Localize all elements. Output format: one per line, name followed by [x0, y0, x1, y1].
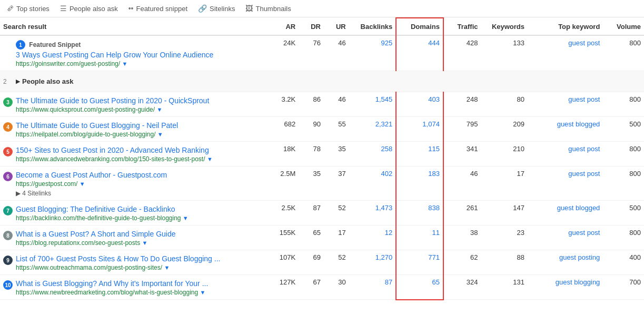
keywords-cell: 133 [481, 35, 528, 71]
nav-people-also-ask[interactable]: ☰ People also ask [60, 4, 118, 13]
dr-cell: 35 [299, 166, 324, 201]
result-url-link[interactable]: https://www.outreachmama.com/guest-posti… [16, 264, 162, 271]
sitelinks-label: ▶ 4 Sitelinks [16, 190, 167, 197]
ar-cell: 155K [264, 225, 299, 250]
ar-cell: 18K [264, 142, 299, 166]
keywords-cell: 131 [481, 275, 528, 300]
table-row: 9 List of 700+ Guest Posts Sites & How T… [0, 250, 644, 275]
domains-cell: 11 [396, 225, 443, 250]
result-url-link[interactable]: https://backlinko.com/the-definitive-gui… [16, 214, 181, 222]
ur-cell: 17 [324, 225, 349, 250]
domains-cell: 65 [396, 275, 443, 300]
header-domains: Domains [396, 18, 443, 35]
result-url-link[interactable]: https://www.quicksprout.com/guest-postin… [16, 106, 155, 113]
traffic-cell: 428 [443, 35, 481, 71]
header-backlinks: Backlinks [349, 18, 397, 35]
search-result-cell: 8 What is a Guest Post? A Short and Simp… [0, 225, 264, 250]
search-result-cell: 4 The Ultimate Guide to Guest Blogging -… [0, 117, 264, 142]
backlinks-cell: 402 [349, 166, 397, 201]
people-also-ask-row: 2 ▶ People also ask [0, 71, 644, 92]
people-also-ask-label: People also ask [22, 77, 74, 85]
ar-cell: 3.2K [264, 92, 299, 117]
domains-cell: 838 [396, 201, 443, 225]
backlinks-cell: 87 [349, 275, 397, 300]
keywords-cell: 209 [481, 117, 528, 142]
nav-thumbnails[interactable]: 🖼 Thumbnails [245, 4, 291, 13]
search-result-cell: 5 150+ Sites to Guest Post in 2020 - Adv… [0, 142, 264, 166]
dr-cell: 87 [299, 201, 324, 225]
dr-cell: 86 [299, 92, 324, 117]
traffic-cell: 341 [443, 142, 481, 166]
traffic-cell: 38 [443, 225, 481, 250]
keywords-cell: 80 [481, 92, 528, 117]
ur-cell: 30 [324, 275, 349, 300]
traffic-cell: 62 [443, 250, 481, 275]
header-keywords: Keywords [481, 18, 528, 35]
featured-snippet-icon: •• [128, 4, 134, 13]
search-result-cell: 3 The Ultimate Guide to Guest Posting in… [0, 92, 264, 117]
traffic-cell: 324 [443, 275, 481, 300]
result-url-link[interactable]: https://goinswriter.com/guest-posting/ [16, 60, 120, 67]
result-title-link[interactable]: List of 700+ Guest Posts Sites & How To … [16, 254, 220, 263]
backlinks-cell: 925 [349, 35, 397, 71]
dr-cell: 90 [299, 117, 324, 142]
result-title-link[interactable]: The Ultimate Guide to Guest Posting in 2… [16, 96, 209, 105]
volume-cell: 800 [603, 225, 644, 250]
results-table-container: Search result AR DR UR Backlinks Domains… [0, 17, 644, 300]
top-stories-icon: 🗞 [6, 4, 14, 13]
volume-cell: 800 [603, 35, 644, 71]
top-keyword-cell: guest post [528, 142, 603, 166]
nav-sitelinks[interactable]: 🔗 Sitelinks [198, 4, 235, 13]
ar-cell: 107K [264, 250, 299, 275]
result-url-link[interactable]: https://blog.reputationx.com/seo-guest-p… [16, 239, 140, 247]
results-table: Search result AR DR UR Backlinks Domains… [0, 17, 644, 300]
header-top-keyword: Top keyword [528, 18, 603, 35]
row-number [3, 40, 13, 41]
result-title-link[interactable]: What is Guest Blogging? And Why it's Imp… [16, 279, 208, 288]
backlinks-cell: 1,473 [349, 201, 397, 225]
domains-cell: 183 [396, 166, 443, 201]
nav-thumbnails-label: Thumbnails [255, 5, 291, 13]
volume-cell: 800 [603, 166, 644, 201]
result-title-link[interactable]: 3 Ways Guest Posting Can Help Grow Your … [16, 51, 213, 59]
backlinks-cell: 12 [349, 225, 397, 250]
volume-cell: 700 [603, 275, 644, 300]
domains-cell: 1,074 [396, 117, 443, 142]
top-keyword-cell: guest post [528, 92, 603, 117]
top-keyword-cell: guest blogged [528, 117, 603, 142]
top-nav: 🗞 Top stories ☰ People also ask •• Featu… [0, 0, 644, 17]
result-title-link[interactable]: Guest Blogging: The Definitive Guide - B… [16, 205, 175, 213]
header-ur: UR [324, 18, 349, 35]
nav-top-stories[interactable]: 🗞 Top stories [6, 4, 49, 13]
search-result-cell: 7 Guest Blogging: The Definitive Guide -… [0, 201, 264, 225]
dr-cell: 78 [299, 142, 324, 166]
nav-featured-snippet-label: Featured snippet [136, 5, 187, 13]
nav-people-also-ask-label: People also ask [70, 5, 118, 13]
volume-cell: 400 [603, 250, 644, 275]
search-result-cell: 6 Become a Guest Post Author - Guestpost… [0, 166, 264, 201]
result-url-link[interactable]: https://www.newbreedmarketing.com/blog/w… [16, 289, 198, 296]
table-row: 7 Guest Blogging: The Definitive Guide -… [0, 201, 644, 225]
dr-cell: 76 [299, 35, 324, 71]
volume-cell: 500 [603, 201, 644, 225]
header-ar: AR [264, 18, 299, 35]
table-row: 10 What is Guest Blogging? And Why it's … [0, 275, 644, 300]
result-url-link[interactable]: https://guestpost.com/ [16, 180, 77, 188]
ur-cell: 55 [324, 117, 349, 142]
result-url-link[interactable]: https://www.advancedwebranking.com/blog/… [16, 155, 205, 163]
backlinks-cell: 2,321 [349, 117, 397, 142]
result-title-link[interactable]: What is a Guest Post? A Short and Simple… [16, 230, 176, 238]
result-url-link[interactable]: https://neilpatel.com/blog/guide-to-gues… [16, 131, 156, 138]
ar-cell: 2.5K [264, 201, 299, 225]
people-also-ask-icon: ☰ [60, 4, 67, 13]
domains-cell: 403 [396, 92, 443, 117]
keywords-cell: 147 [481, 201, 528, 225]
result-title-link[interactable]: 150+ Sites to Guest Post in 2020 - Advan… [16, 146, 209, 154]
nav-featured-snippet[interactable]: •• Featured snippet [128, 4, 187, 13]
domains-cell: 444 [396, 35, 443, 71]
result-title-link[interactable]: Become a Guest Post Author - Guestpost.c… [16, 171, 167, 179]
search-result-cell: 10 What is Guest Blogging? And Why it's … [0, 275, 264, 300]
header-search-result: Search result [0, 18, 264, 35]
result-title-link[interactable]: The Ultimate Guide to Guest Blogging - N… [16, 121, 178, 130]
dr-cell: 67 [299, 275, 324, 300]
